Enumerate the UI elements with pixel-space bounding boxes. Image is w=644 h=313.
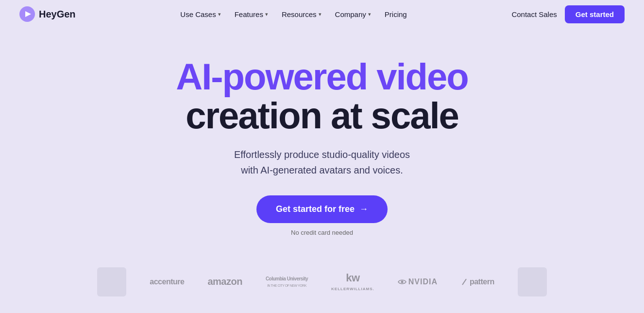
logo-columbia: Columbia UniversityIN THE CITY OF NEW YO… bbox=[266, 276, 308, 288]
logo-text[interactable]: HeyGen bbox=[39, 9, 76, 20]
nav-features[interactable]: Features ▾ bbox=[229, 6, 274, 22]
no-credit-card-text: No credit card needed bbox=[291, 229, 353, 236]
heygen-logo-icon[interactable] bbox=[19, 6, 35, 22]
chevron-down-icon: ▾ bbox=[368, 11, 371, 17]
hero-title-line2: creation at scale bbox=[176, 96, 468, 135]
hero-cta-button[interactable]: Get started for free → bbox=[256, 195, 388, 223]
logo-pattern-text: pattern bbox=[470, 278, 494, 286]
logo-accenture-text: accenture bbox=[150, 278, 184, 286]
nav-pricing[interactable]: Pricing bbox=[379, 6, 413, 22]
logo-amazon-text: amazon bbox=[207, 276, 242, 287]
hero-title-line1: AI-powered video bbox=[176, 57, 468, 96]
hero-title: AI-powered video creation at scale bbox=[176, 57, 468, 147]
logo-columbia-text: Columbia UniversityIN THE CITY OF NEW YO… bbox=[266, 276, 308, 288]
pattern-slash-icon bbox=[461, 278, 468, 285]
navbar: HeyGen Use Cases ▾ Features ▾ Resources … bbox=[0, 0, 644, 28]
logo-nvidia-text: NVIDIA bbox=[408, 278, 438, 286]
logo-kw-text: kwKELLERWILLIAMS. bbox=[331, 272, 374, 292]
nav-use-cases[interactable]: Use Cases ▾ bbox=[174, 6, 226, 22]
logo-accenture: accenture bbox=[150, 278, 184, 286]
hero-subtitle: Effortlessly produce studio-quality vide… bbox=[234, 147, 410, 178]
logos-strip: accenture amazon Columbia UniversityIN T… bbox=[0, 256, 644, 308]
chevron-down-icon: ▾ bbox=[218, 11, 221, 17]
contact-sales-link[interactable]: Contact Sales bbox=[511, 10, 557, 18]
logo-nvidia: NVIDIA bbox=[398, 278, 438, 286]
chevron-down-icon: ▾ bbox=[319, 11, 322, 17]
logo-pattern: pattern bbox=[461, 278, 494, 286]
logo-placeholder-left bbox=[97, 267, 126, 296]
hero-section: AI-powered video creation at scale Effor… bbox=[0, 28, 644, 256]
logo-area: HeyGen bbox=[19, 6, 76, 22]
nvidia-eye-icon bbox=[398, 278, 407, 285]
get-started-button[interactable]: Get started bbox=[565, 5, 625, 23]
svg-line-3 bbox=[462, 279, 466, 285]
nav-right: Contact Sales Get started bbox=[511, 5, 625, 23]
nav-company[interactable]: Company ▾ bbox=[329, 6, 377, 22]
svg-point-2 bbox=[401, 280, 403, 283]
logo-amazon: amazon bbox=[207, 276, 242, 287]
logo-keller-williams: kwKELLERWILLIAMS. bbox=[331, 272, 374, 292]
arrow-icon: → bbox=[359, 204, 368, 214]
logo-placeholder-right bbox=[518, 267, 547, 296]
chevron-down-icon: ▾ bbox=[265, 11, 268, 17]
nav-resources[interactable]: Resources ▾ bbox=[276, 6, 327, 22]
nav-center: Use Cases ▾ Features ▾ Resources ▾ Compa… bbox=[174, 6, 412, 22]
